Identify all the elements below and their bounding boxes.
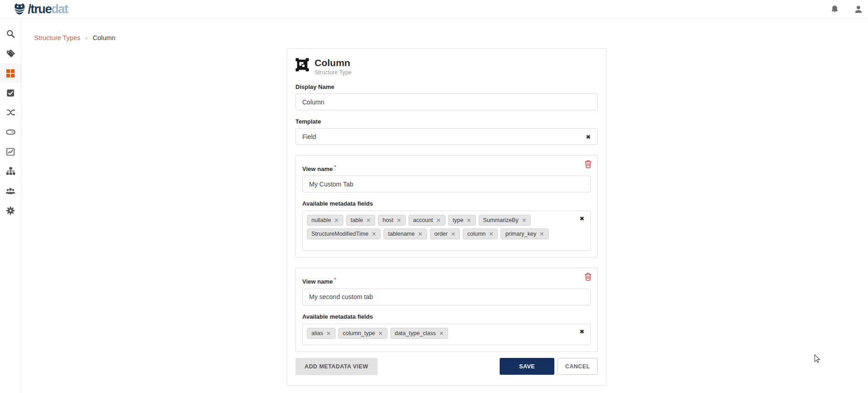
metadata-chip: account× — [408, 215, 445, 226]
metadata-view-section-1: View name* Available metadata fields nul… — [295, 155, 598, 258]
left-sidebar — [0, 19, 21, 393]
delete-view-trash-icon[interactable] — [584, 160, 592, 168]
chip-remove-icon[interactable]: × — [489, 231, 493, 237]
chip-label: tablename — [388, 231, 414, 237]
sidebar-item-search[interactable] — [0, 24, 21, 44]
sidebar-item-settings[interactable] — [0, 201, 21, 220]
clear-all-fields-icon[interactable]: ✖ — [579, 329, 584, 335]
top-bar: /truedat — [0, 0, 868, 19]
truedat-logo[interactable]: /truedat — [13, 2, 68, 16]
metadata-chip: alias× — [307, 328, 336, 339]
save-button[interactable]: SAVE — [500, 358, 554, 375]
chip-label: alias — [311, 330, 323, 336]
chip-remove-icon[interactable]: × — [539, 231, 544, 237]
chip-label: data_type_class — [395, 330, 436, 336]
display-name-label: Display Name — [295, 83, 598, 90]
chip-label: table — [351, 217, 363, 223]
sidebar-item-structure-types[interactable] — [0, 63, 21, 83]
add-metadata-view-button[interactable]: ADD METADATA VIEW — [295, 358, 377, 375]
chip-label: StructureModifiedTime — [311, 231, 368, 237]
chip-label: account — [413, 217, 433, 223]
sidebar-item-tags[interactable] — [0, 44, 21, 63]
template-clear-icon[interactable]: ✖ — [586, 134, 591, 140]
chip-remove-icon[interactable]: × — [439, 331, 444, 336]
sitemap-icon — [6, 166, 16, 176]
metadata-chip: order× — [430, 228, 460, 239]
breadcrumb-current: Column — [93, 34, 115, 41]
page-title: Column — [315, 58, 351, 68]
chip-remove-icon[interactable]: × — [326, 331, 331, 336]
chip-label: column — [467, 231, 486, 237]
sidebar-item-taxonomy[interactable] — [0, 161, 21, 181]
clear-all-fields-icon[interactable]: ✖ — [579, 216, 584, 222]
metadata-chip: StructureModifiedTime× — [307, 228, 381, 239]
mouse-cursor — [814, 354, 824, 364]
owl-logo-icon — [13, 2, 26, 16]
view-name-input-1[interactable] — [302, 176, 591, 192]
chip-remove-icon[interactable]: × — [372, 231, 376, 237]
available-metadata-fields-label: Available metadata fields — [302, 200, 591, 207]
breadcrumb-separator: › — [85, 34, 88, 41]
metadata-fields-multiselect-1[interactable]: nullable×table×host×account×type×Summari… — [302, 211, 591, 251]
view-name-input-2[interactable] — [302, 289, 591, 305]
view-name-label: View name* — [302, 277, 591, 285]
required-asterisk: * — [334, 165, 336, 170]
tags-icon — [6, 49, 16, 58]
cancel-button[interactable]: CANCEL — [558, 358, 598, 375]
notifications-bell-icon[interactable] — [830, 5, 840, 15]
sidebar-item-dashboards[interactable] — [0, 142, 21, 161]
display-name-input[interactable] — [295, 93, 598, 110]
metadata-chip: SummarizeBy× — [479, 215, 531, 226]
chip-label: primary_key — [505, 231, 536, 237]
sidebar-item-quality[interactable] — [0, 83, 21, 103]
view-name-label: View name* — [302, 165, 591, 172]
structure-type-icon — [295, 58, 309, 72]
sidebar-item-users[interactable] — [0, 181, 21, 201]
template-select[interactable]: ✖ — [295, 128, 598, 145]
page-subtitle: Structure Type — [315, 69, 351, 76]
breadcrumb-structure-types-link[interactable]: Structure Types — [34, 34, 80, 41]
structure-type-form-card: Column Structure Type Display Name Templ… — [287, 48, 606, 386]
metadata-chip: table× — [346, 215, 375, 226]
chip-label: type — [453, 217, 464, 223]
grid-icon — [6, 69, 15, 78]
chip-remove-icon[interactable]: × — [522, 217, 526, 223]
chip-remove-icon[interactable]: × — [418, 231, 423, 237]
template-select-input[interactable] — [295, 128, 598, 145]
chip-label: nullable — [311, 217, 331, 223]
chip-remove-icon[interactable]: × — [436, 217, 441, 223]
template-label: Template — [295, 118, 598, 125]
metadata-chip: data_type_class× — [390, 328, 448, 339]
card-header-text: Column Structure Type — [315, 58, 351, 76]
metadata-chip: type× — [448, 215, 476, 226]
metadata-chip: primary_key× — [501, 228, 548, 239]
shuffle-icon — [6, 108, 16, 117]
metadata-chip: tablename× — [383, 228, 427, 239]
drive-icon — [6, 127, 16, 137]
line-chart-icon — [6, 147, 15, 156]
card-header: Column Structure Type — [295, 58, 598, 76]
metadata-fields-multiselect-2[interactable]: alias×column_type×data_type_class×✖ — [302, 324, 591, 345]
chip-remove-icon[interactable]: × — [366, 217, 371, 223]
metadata-chip: column× — [463, 228, 498, 239]
breadcrumb: Structure Types › Column — [34, 34, 115, 41]
chip-remove-icon[interactable]: × — [451, 231, 455, 237]
chip-label: host — [382, 217, 393, 223]
chip-remove-icon[interactable]: × — [467, 217, 471, 223]
available-metadata-fields-label: Available metadata fields — [302, 313, 591, 320]
delete-view-trash-icon[interactable] — [584, 273, 592, 281]
sidebar-item-lineage[interactable] — [0, 103, 21, 122]
required-asterisk: * — [334, 277, 336, 282]
chip-label: column_type — [343, 330, 375, 336]
chip-remove-icon[interactable]: × — [397, 217, 401, 223]
check-square-icon — [6, 88, 15, 98]
users-icon — [5, 186, 16, 196]
chip-remove-icon[interactable]: × — [334, 217, 339, 223]
sidebar-item-systems[interactable] — [0, 122, 21, 142]
chip-label: order — [434, 231, 448, 237]
metadata-chip: column_type× — [338, 328, 388, 339]
gear-icon — [6, 206, 15, 215]
user-profile-icon[interactable] — [853, 5, 863, 15]
metadata-chip: nullable× — [307, 215, 343, 226]
chip-remove-icon[interactable]: × — [378, 331, 383, 336]
